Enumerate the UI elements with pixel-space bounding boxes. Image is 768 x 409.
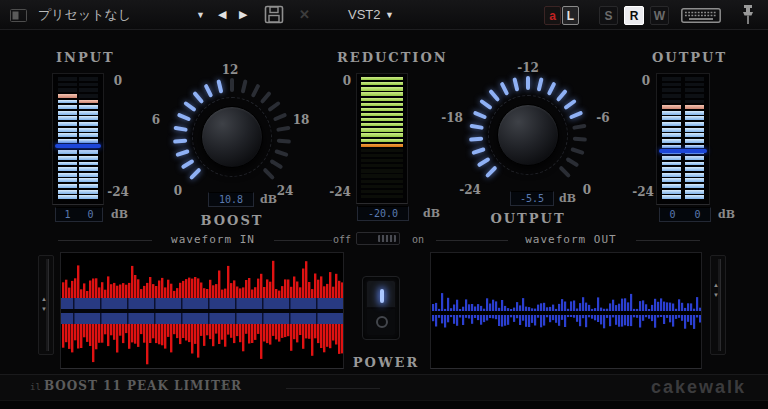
power-off-icon	[376, 316, 388, 328]
output-tick--6: -6	[596, 111, 609, 125]
output-knob-label: OUTPUT	[488, 211, 568, 226]
slider-down-icon[interactable]: ▼	[713, 292, 719, 299]
toolbar: プリセットなし ▼ ◀ ▶ ✕ VST2 ▼ a L S R W	[0, 0, 768, 30]
save-preset-icon[interactable]	[264, 5, 284, 24]
power-label: POWER	[346, 355, 426, 370]
boost-tick-12: 12	[222, 63, 239, 77]
waveform-out-label: waveform OUT	[508, 233, 634, 246]
divider	[274, 240, 332, 241]
input-level-meter	[52, 73, 104, 205]
plugin-title: BOOST 11 PEAK LIMITER	[44, 379, 242, 393]
waveform-in-zoom-slider[interactable]: ▲ ▼	[38, 255, 54, 355]
waveform-out-display	[430, 252, 702, 369]
bypass-toggle-grip[interactable]	[378, 235, 396, 242]
bypass-toggle[interactable]	[356, 232, 400, 245]
solo-button[interactable]: S	[599, 6, 618, 25]
write-automation-button[interactable]: W	[650, 6, 669, 25]
divider	[636, 240, 700, 241]
keyboard-icon[interactable]	[681, 8, 721, 23]
bottom-strip	[0, 400, 768, 409]
output-meter-section-label: OUTPUT	[652, 50, 727, 65]
slider-up-icon[interactable]: ▲	[713, 282, 719, 289]
input-scale-bottom: -24	[107, 185, 129, 199]
slider-down-icon[interactable]: ▼	[41, 306, 47, 313]
preset-caret-icon[interactable]: ▼	[196, 10, 205, 20]
input-value-readout[interactable]: 1 0	[55, 207, 103, 222]
boost-value: 10.8	[209, 194, 253, 205]
plugin-window: プリセットなし ▼ ◀ ▶ ✕ VST2 ▼ a L S R W INPUT	[0, 0, 768, 409]
output-knob-unit-label: dB	[559, 192, 576, 205]
boost-tick-0: 0	[174, 184, 182, 198]
output-value-left: 0	[660, 209, 685, 220]
reduction-scale-bottom: -24	[329, 185, 351, 199]
window-icon[interactable]	[10, 9, 27, 22]
output-knob-value: -5.5	[511, 193, 553, 204]
boost-tick-24: 24	[277, 184, 294, 198]
output-tick--24: -24	[459, 183, 481, 197]
reduction-unit-label: dB	[423, 207, 440, 220]
output-scale-bottom: -24	[632, 185, 654, 199]
cakewalk-logo: cakewalk	[620, 377, 746, 398]
output-tick--18: -18	[441, 111, 463, 125]
next-preset-button[interactable]: ▶	[239, 8, 247, 21]
slider-up-icon[interactable]: ▲	[41, 296, 47, 303]
boost-value-readout[interactable]: 10.8	[208, 192, 254, 207]
prev-preset-button[interactable]: ◀	[218, 8, 226, 21]
input-value-left: 1	[56, 209, 79, 220]
power-switch[interactable]	[362, 276, 400, 340]
divider	[436, 240, 508, 241]
output-scale-top: 0	[642, 74, 650, 88]
boost-tick-18: 18	[293, 113, 310, 127]
output-tick--12: -12	[517, 61, 539, 75]
output-knob-body[interactable]	[497, 104, 559, 166]
boost-tick-6: 6	[152, 113, 160, 127]
input-scale-top: 0	[114, 74, 122, 88]
waveform-out-zoom-slider[interactable]: ▲ ▼	[710, 255, 726, 355]
delete-preset-icon[interactable]: ✕	[299, 7, 310, 22]
boost-unit-label: dB	[260, 193, 277, 206]
slider-groove	[718, 259, 721, 351]
output-meter-unit-label: dB	[718, 208, 735, 221]
boost-knob-body[interactable]	[201, 106, 263, 168]
reduction-scale-top: 0	[343, 74, 351, 88]
output-value-readout[interactable]: -5.5	[510, 191, 554, 206]
read-automation-button[interactable]: R	[624, 6, 644, 25]
pin-icon[interactable]	[739, 4, 757, 26]
plugin-format-select[interactable]: VST2	[348, 7, 381, 23]
preset-select[interactable]: プリセットなし	[38, 7, 190, 23]
divider	[58, 240, 152, 241]
footer-divider	[286, 388, 380, 389]
input-unit-label: dB	[111, 208, 128, 221]
reduction-value-readout[interactable]: -20.0	[357, 206, 409, 221]
footer-bar: il BOOST 11 PEAK LIMITER il cakewalk	[0, 374, 768, 400]
automation-l-button[interactable]: L	[562, 6, 579, 25]
slider-groove	[46, 259, 49, 351]
power-on-icon	[380, 289, 384, 303]
reduction-section-label: REDUCTION	[337, 50, 448, 65]
footer-deco-left: il	[30, 382, 41, 392]
output-value-readout-meter[interactable]: 0 0	[659, 207, 711, 222]
format-caret-icon[interactable]: ▼	[385, 10, 394, 20]
bypass-off-label: off	[333, 234, 351, 245]
reduction-meter	[356, 73, 408, 204]
input-section-label: INPUT	[56, 50, 115, 65]
boost-label: BOOST	[192, 213, 272, 228]
waveform-in-label: waveform IN	[154, 233, 272, 246]
output-value-right: 0	[685, 209, 710, 220]
waveform-in-display	[60, 252, 344, 369]
bypass-on-label: on	[412, 234, 424, 245]
automation-a-button[interactable]: a	[544, 6, 561, 25]
input-value-right: 0	[79, 209, 102, 220]
output-level-meter	[656, 73, 710, 205]
footer-deco-right: il	[220, 382, 231, 392]
output-tick-0: 0	[583, 183, 591, 197]
reduction-value: -20.0	[358, 208, 408, 219]
